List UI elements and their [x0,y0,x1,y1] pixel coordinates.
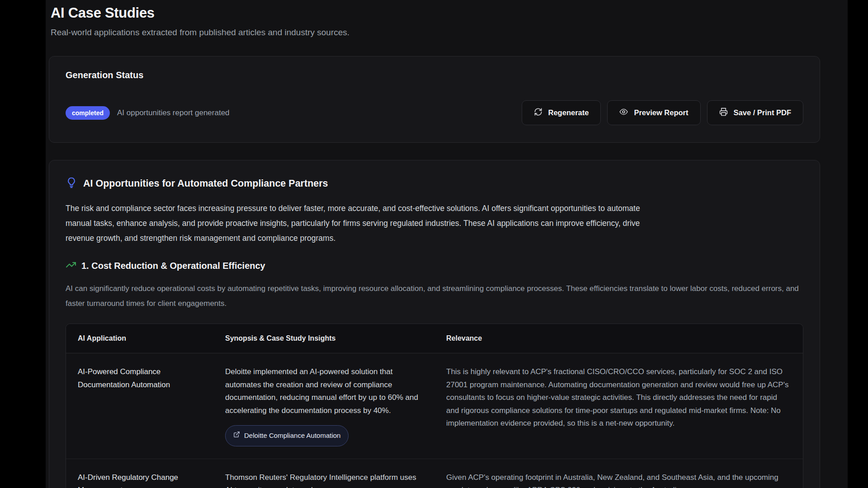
regenerate-button[interactable]: Regenerate [522,100,601,125]
lightbulb-icon [66,177,77,190]
row1-relevance: This is highly relevant to ACP's fractio… [434,353,803,459]
section1-title-row: 1. Cost Reduction & Operational Efficien… [66,259,803,272]
refresh-icon [534,108,542,118]
preview-report-button[interactable]: Preview Report [607,100,700,125]
page-subtitle: Real-world applications extracted from p… [51,27,820,38]
deloitte-compliance-automation-link[interactable]: Deloitte Compliance Automation [225,425,349,446]
table-row: AI-Driven Regulatory Change Management T… [66,459,803,488]
save-print-pdf-label: Save / Print PDF [734,108,791,117]
row2-synopsis-text: Thomson Reuters' Regulatory Intelligence… [225,471,423,488]
status-actions: Regenerate Preview Report Save / Print P… [522,100,803,125]
printer-icon [719,108,728,118]
preview-report-label: Preview Report [634,108,688,117]
status-badge: completed [66,106,110,120]
generation-status-card: Generation Status completed AI opportuni… [49,56,820,143]
report-intro: The risk and compliance sector faces inc… [66,201,667,246]
section1-title: 1. Cost Reduction & Operational Efficien… [81,261,265,271]
row1-synopsis-cell: Deloitte implemented an AI-powered solut… [213,353,434,459]
status-row: completed AI opportunities report genera… [66,100,803,125]
page-title: AI Case Studies [51,5,820,22]
row2-application: AI-Driven Regulatory Change Management [66,459,213,488]
row1-application: AI-Powered Compliance Documentation Auto… [66,353,213,459]
row1-synopsis-text: Deloitte implemented an AI-powered solut… [225,366,423,417]
status-left: completed AI opportunities report genera… [66,106,230,120]
report-title-row: AI Opportunities for Automated Complianc… [66,177,803,190]
ai-opportunities-report-card: AI Opportunities for Automated Complianc… [49,160,820,488]
row1-link-label: Deloitte Compliance Automation [244,429,340,442]
table-row: AI-Powered Compliance Documentation Auto… [66,353,803,459]
col-header-synopsis: Synopsis & Case Study Insights [213,324,434,353]
eye-icon [619,108,628,118]
external-link-icon [233,429,240,442]
row2-synopsis-cell: Thomson Reuters' Regulatory Intelligence… [213,459,434,488]
report-title: AI Opportunities for Automated Complianc… [83,178,328,189]
trending-up-icon [66,259,76,272]
main-content: AI Case Studies Real-world applications … [46,0,848,488]
row2-relevance: Given ACP's operating footprint in Austr… [434,459,803,488]
section1-description: AI can significantly reduce operational … [66,281,803,311]
status-text: AI opportunities report generated [117,108,230,117]
col-header-relevance: Relevance [434,324,803,353]
status-card-title: Generation Status [66,70,803,80]
regenerate-label: Regenerate [548,108,589,117]
case-study-table: AI Application Synopsis & Case Study Ins… [66,324,803,488]
table-header-row: AI Application Synopsis & Case Study Ins… [66,324,803,353]
col-header-ai-application: AI Application [66,324,213,353]
save-print-pdf-button[interactable]: Save / Print PDF [707,100,803,125]
